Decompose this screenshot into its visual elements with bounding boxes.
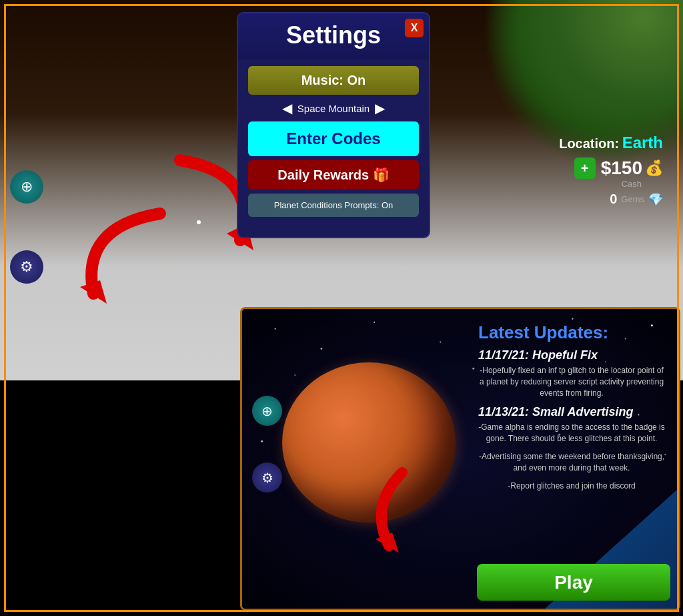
play-button[interactable]: Play: [477, 564, 670, 601]
globe-icon: ⊕: [21, 178, 33, 196]
gear-icon-bottom: ⚙: [261, 470, 273, 486]
gear-icon: ⚙: [20, 258, 33, 276]
location-label: Location:: [559, 136, 619, 151]
settings-title: Settings: [286, 21, 381, 49]
music-button[interactable]: Music: On: [248, 66, 419, 95]
svg-point-4: [374, 322, 375, 323]
currency-row: + $150 💰: [559, 158, 663, 179]
updates-panel: Latest Updates: 11/17/21: Hopeful Fix -H…: [472, 316, 672, 505]
location-name: Earth: [622, 133, 663, 151]
svg-marker-0: [80, 280, 107, 304]
gems-label: Gems: [621, 194, 644, 204]
close-button[interactable]: X: [405, 19, 424, 37]
globe-icon-bottom: ⊕: [261, 403, 273, 419]
update2-text2: -Advertising some the weekend before tha…: [478, 451, 665, 474]
bottom-red-arrow: [349, 466, 429, 555]
track-next-button[interactable]: ▶: [375, 100, 385, 116]
gems-count: 0: [610, 192, 617, 207]
update2-text1: -Game alpha is ending so the access to t…: [478, 422, 665, 444]
update1-text: -Hopefully fixed an inf tp glitch to the…: [478, 365, 665, 398]
location-panel: Location: Earth + $150 💰 Cash 0 Gems 💎: [559, 133, 663, 207]
update1-date: 11/17/21: Hopeful Fix: [478, 348, 665, 362]
cash-label-row: Cash: [559, 179, 663, 189]
planet-conditions-button[interactable]: Planet Conditions Prompts: On: [248, 194, 419, 217]
update2-text3: -Report glitches and join the discord: [478, 481, 665, 492]
cursor: [197, 220, 201, 224]
cash-amount: $150: [601, 158, 642, 179]
globe-button-top[interactable]: ⊕: [10, 170, 43, 204]
gems-row: 0 Gems 💎: [559, 192, 663, 207]
enter-codes-button[interactable]: Enter Codes: [248, 121, 419, 156]
gear-button-top[interactable]: ⚙: [10, 250, 43, 284]
settings-header: Settings X: [238, 13, 429, 59]
svg-point-15: [261, 440, 263, 442]
updates-title: Latest Updates:: [478, 322, 665, 343]
settings-body: Music: On ◀ Space Mountain ▶ Enter Codes…: [238, 59, 429, 224]
track-name: Space Mountain: [297, 103, 370, 114]
daily-rewards-button[interactable]: Daily Rewards 🎁: [248, 160, 419, 190]
track-prev-button[interactable]: ◀: [282, 100, 292, 116]
settings-panel: Settings X Music: On ◀ Space Mountain ▶ …: [237, 12, 430, 238]
track-row: ◀ Space Mountain ▶: [248, 99, 419, 117]
gems-icon: 💎: [648, 192, 663, 207]
svg-point-3: [320, 348, 322, 350]
bottom-panel: ⊕ ⚙ Latest Updates: 11/17/21: Hopeful Fi…: [240, 307, 680, 611]
add-cash-button[interactable]: +: [574, 158, 596, 179]
svg-point-2: [275, 328, 276, 330]
cash-icon: 💰: [645, 160, 663, 177]
red-arrow-left: [40, 200, 173, 307]
svg-point-10: [294, 374, 295, 376]
update2-date: 11/13/21: Small Advertising: [478, 405, 665, 419]
cash-display: $150 💰: [601, 158, 663, 179]
gear-button-bottom[interactable]: ⚙: [252, 463, 282, 493]
globe-button-bottom[interactable]: ⊕: [252, 396, 282, 426]
svg-point-5: [440, 342, 441, 343]
